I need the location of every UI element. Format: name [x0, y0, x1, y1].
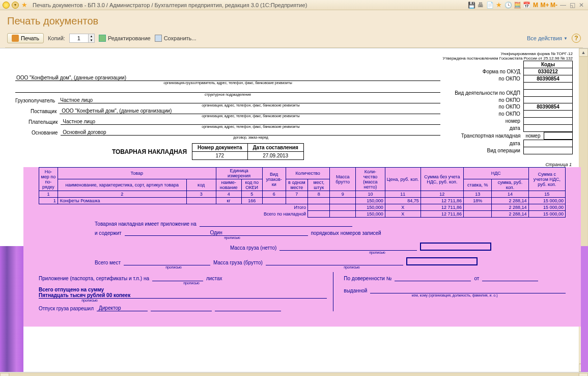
items-section: Но- мер по по- рядку Товар Единица измер…	[23, 167, 581, 327]
col-sum-novat: Сумма без учета НДС, руб. коп.	[421, 168, 463, 191]
spinner-down-icon[interactable]: ▼	[88, 38, 94, 42]
proxy-num-field	[395, 275, 471, 281]
copies-spinner[interactable]: ▲ ▼	[69, 34, 95, 43]
history-icon[interactable]: 🕓	[503, 2, 513, 9]
mass-gross-label: Масса груза (брутто)	[213, 260, 263, 265]
calendar-icon[interactable]: 📅	[522, 2, 531, 9]
total-words: Пятнадцать тысяч рублей 00 копеек	[39, 292, 327, 299]
sub-hint: структурное подразделение	[15, 93, 440, 96]
col-sum-vat: Сумма с учетом НДС, руб. коп.	[528, 168, 565, 191]
document-icon[interactable]: 📄	[485, 2, 494, 9]
payer-field: Частное лицо	[61, 119, 440, 125]
okud-value: 0330212	[523, 68, 572, 75]
docnum-table: Номер документаДата составления 17227.09…	[192, 143, 304, 160]
consignee-field: Частное лицо	[58, 97, 440, 103]
sheets-label: листах	[206, 276, 222, 281]
propis-hint-5: прописью	[166, 281, 217, 285]
scroll-up-icon[interactable]: ▲	[579, 48, 588, 57]
table-row: 1 Конфеты Ромашка кг 166 150,000 84,75 1…	[39, 198, 566, 204]
m-button[interactable]: M	[531, 2, 540, 9]
save-button-label: Сохранить...	[164, 35, 197, 41]
total-label: Всего отпущено на сумму	[39, 287, 327, 292]
column-numbers-row: 1 2 3 4 5 6 7 8 9 10 11 12 13 14 15	[39, 191, 566, 198]
hscrollbar-track[interactable]	[9, 373, 579, 377]
supplier-field: ООО "Конфетный дом", (данные организации…	[60, 108, 440, 114]
org-hint: организация-грузоотправитель, адрес, тел…	[15, 81, 440, 85]
scroll-right-icon[interactable]: ►	[579, 373, 588, 377]
horizontal-scrollbar[interactable]: ◄ ►	[0, 372, 588, 376]
approved-note: Утверждена постановлением Госкомстата Ро…	[15, 56, 573, 61]
mass-net-box	[420, 243, 491, 251]
col-in-one: в одном месте	[286, 179, 307, 191]
okpo2-label: по ОКПО	[453, 97, 523, 103]
okpo1-value: 80390854	[523, 75, 572, 83]
nomer1-label: номер	[453, 118, 523, 125]
calculator-icon[interactable]: 🧮	[513, 2, 522, 9]
codes-table: Коды Форма по ОКУД0330212 по ОКПО8039085…	[453, 61, 573, 154]
help-button[interactable]: ?	[572, 34, 581, 43]
col-price: Цена, руб. коп.	[385, 168, 421, 191]
m-minus-button[interactable]: M-	[549, 2, 558, 9]
mass-net-label: Масса груза (нетто)	[230, 245, 276, 251]
codes-header: Коды	[523, 61, 572, 68]
col-unit-name: наиме-нование	[216, 179, 241, 191]
app-label: Приложение (паспорта, сертификаты и т.п.…	[39, 276, 149, 281]
copies-input[interactable]	[70, 34, 88, 42]
printer-icon	[12, 35, 19, 42]
close-icon[interactable]: ✕	[577, 2, 586, 9]
col-gross: Масса брутто	[330, 168, 356, 191]
okud-label: Форма по ОКУД	[453, 68, 523, 75]
minimize-icon[interactable]: —	[558, 2, 568, 9]
page-title: Печать документов	[7, 15, 583, 27]
scroll-left-icon[interactable]: ◄	[0, 373, 9, 377]
print-button[interactable]: Печать	[7, 33, 44, 43]
chevron-down-icon: ▼	[564, 36, 568, 41]
propis-hint-3: прописью	[130, 265, 217, 269]
copies-label: Копий:	[48, 35, 65, 41]
propis-hint-2: прописью	[309, 251, 446, 254]
org-field: ООО "Конфетный дом", (данные организации…	[15, 75, 440, 81]
star-icon[interactable]: ★	[494, 1, 503, 9]
col-vat: НДС	[463, 168, 528, 179]
attach-field	[200, 221, 352, 227]
oper-label: Вид операции	[453, 147, 523, 154]
places-field	[124, 259, 210, 265]
okpo1-label: по ОКПО	[453, 75, 523, 83]
save-button[interactable]: Сохранить...	[155, 35, 197, 42]
propis-hint-1: прописью	[141, 236, 324, 239]
issued-field	[370, 287, 566, 293]
col-goods: Товар	[58, 168, 216, 179]
ord-label: порядковых номеров записей	[311, 230, 381, 236]
m-plus-button[interactable]: M+	[540, 2, 549, 9]
restore-icon[interactable]: ◱	[568, 2, 577, 9]
page-number: Страница 1	[15, 162, 572, 167]
edit-button-label: Редактирование	[108, 35, 151, 41]
consignee-label: Грузополучатель	[15, 98, 55, 103]
all-actions-dropdown[interactable]: Все действия ▼	[527, 35, 568, 41]
contains-field: Один	[125, 230, 308, 236]
favorite-icon[interactable]: ★	[20, 1, 29, 9]
proxy-date-field	[482, 275, 538, 281]
disk-icon	[155, 35, 162, 42]
app-icon[interactable]	[2, 1, 10, 9]
save-disk-icon[interactable]: 💾	[467, 2, 476, 9]
col-pack: Вид упаков- ки	[262, 168, 286, 191]
num-header: Номер документа	[192, 144, 247, 152]
document-title: ТОВАРНАЯ НАКЛАДНАЯ	[112, 148, 187, 155]
date-header: Дата составления	[247, 144, 303, 152]
okdp-label: Вид деятельности по ОКДП	[453, 90, 523, 97]
edit-button[interactable]: Редактирование	[99, 35, 151, 42]
contains-label: и содержит	[95, 230, 122, 236]
release-sig-field	[151, 305, 212, 311]
issued-hint: кем, кому (организация, должность, фамил…	[344, 293, 566, 297]
spinner-up-icon[interactable]: ▲	[88, 34, 94, 38]
nav-down-icon[interactable]: ▾	[11, 1, 19, 9]
hscrollbar-thumb[interactable]	[10, 373, 578, 377]
okpo3-value: 80390854	[523, 103, 572, 111]
from-label: от	[474, 276, 479, 281]
doc-number: 172	[192, 152, 247, 160]
uni-form-note: Унифицированная форма № ТОРГ-12	[15, 51, 573, 56]
basis-hint: договор, заказ-наряд	[61, 136, 440, 139]
okpo3-label: по ОКПО	[453, 103, 523, 111]
print-icon[interactable]: 🖶	[476, 2, 485, 9]
